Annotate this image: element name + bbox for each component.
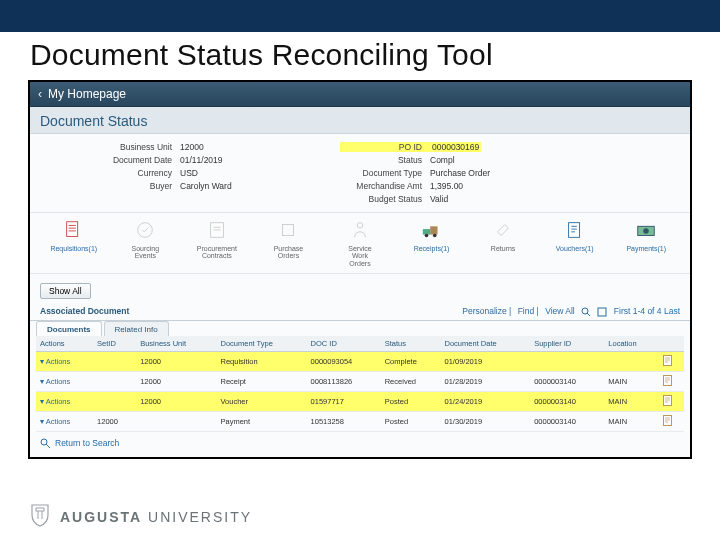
table-cell[interactable]: ▾ Actions — [36, 371, 93, 391]
column-header[interactable]: Location — [604, 336, 658, 352]
row-actions-link[interactable]: ▾ Actions — [40, 377, 70, 386]
table-cell[interactable]: ▾ Actions — [36, 391, 93, 411]
svg-rect-9 — [568, 223, 579, 238]
flow-step-label: Requisitions(1) — [38, 245, 110, 252]
svg-rect-17 — [663, 395, 671, 405]
svg-point-1 — [138, 223, 153, 238]
column-header[interactable]: Actions — [36, 336, 93, 352]
table-cell — [93, 391, 136, 411]
column-header[interactable]: DOC ID — [307, 336, 381, 352]
column-header[interactable]: Document Type — [216, 336, 306, 352]
search-icon — [40, 438, 51, 449]
bu-label: Business Unit — [90, 142, 180, 152]
column-header[interactable]: Status — [381, 336, 441, 352]
status-value: Compl — [430, 155, 455, 165]
table-cell: Posted — [381, 411, 441, 431]
column-header — [659, 336, 684, 352]
table-cell — [93, 351, 136, 371]
document-icon[interactable] — [663, 355, 672, 366]
svg-point-11 — [643, 228, 649, 234]
grid-pager[interactable]: First 1-4 of 4 Last — [614, 306, 680, 316]
table-cell: Requisition — [216, 351, 306, 371]
table-cell: Receipt — [216, 371, 306, 391]
row-doc-icon-cell[interactable] — [659, 411, 684, 431]
flow-step-icon — [38, 217, 110, 243]
flow-step-icon — [539, 217, 611, 243]
column-header[interactable]: Document Date — [441, 336, 531, 352]
flow-step-icon — [467, 217, 539, 243]
flow-step: Service Work Orders — [324, 217, 396, 267]
tab-documents[interactable]: Documents — [36, 321, 102, 336]
document-icon[interactable] — [663, 415, 672, 426]
table-cell: MAIN — [604, 371, 658, 391]
show-all-button[interactable]: Show All — [40, 283, 91, 299]
buyer-value: Carolyn Ward — [180, 181, 232, 191]
column-header[interactable]: SetID — [93, 336, 136, 352]
table-cell: 12000 — [93, 411, 136, 431]
view-all-link[interactable]: View All — [545, 306, 575, 316]
header-fields: Business Unit12000 PO ID0000030169 Docum… — [30, 134, 690, 212]
svg-line-13 — [587, 313, 590, 316]
budget-value: Valid — [430, 194, 448, 204]
column-header[interactable]: Business Unit — [136, 336, 216, 352]
table-row: ▾ Actions12000Voucher01597717Posted01/24… — [36, 391, 684, 411]
column-header[interactable]: Supplier ID — [530, 336, 604, 352]
brand-footer: AUGUSTA UNIVERSITY — [30, 503, 252, 530]
svg-rect-16 — [663, 375, 671, 385]
homepage-breadcrumb[interactable]: My Homepage — [48, 87, 126, 101]
currency-value: USD — [180, 168, 198, 178]
svg-line-20 — [46, 444, 50, 448]
flow-step-label: Procurement Contracts — [181, 245, 253, 260]
document-icon[interactable] — [663, 375, 672, 386]
personalize-link[interactable]: Personalize — [462, 306, 506, 316]
table-cell[interactable]: ▾ Actions — [36, 351, 93, 371]
table-row: ▾ Actions12000Payment10513258Posted01/30… — [36, 411, 684, 431]
table-cell: 0008113826 — [307, 371, 381, 391]
svg-point-7 — [424, 234, 428, 238]
download-icon[interactable] — [597, 307, 607, 317]
page-title: Document Status — [30, 107, 690, 134]
table-cell — [93, 371, 136, 391]
table-cell: 10513258 — [307, 411, 381, 431]
find-link[interactable]: Find — [518, 306, 535, 316]
brand-name-1: AUGUSTA — [60, 509, 142, 525]
docdate-label: Document Date — [90, 155, 180, 165]
status-label: Status — [340, 155, 430, 165]
table-cell — [530, 351, 604, 371]
row-doc-icon-cell[interactable] — [659, 391, 684, 411]
table-cell: 01597717 — [307, 391, 381, 411]
flow-step-label: Vouchers(1) — [539, 245, 611, 252]
docdate-value: 01/11/2019 — [180, 155, 223, 165]
brand-name-2: UNIVERSITY — [148, 509, 252, 525]
flow-step: Procurement Contracts — [181, 217, 253, 260]
table-cell — [604, 351, 658, 371]
row-actions-link[interactable]: ▾ Actions — [40, 397, 70, 406]
flow-step[interactable]: Receipts(1) — [396, 217, 468, 252]
back-chevron-icon[interactable]: ‹ — [38, 87, 42, 101]
table-cell: 0000003140 — [530, 391, 604, 411]
flow-step-label: Returns — [467, 245, 539, 252]
flow-step[interactable]: Requisitions(1) — [38, 217, 110, 252]
currency-label: Currency — [90, 168, 180, 178]
row-actions-link[interactable]: ▾ Actions — [40, 417, 70, 426]
row-actions-link[interactable]: ▾ Actions — [40, 357, 70, 366]
table-cell: 0000093054 — [307, 351, 381, 371]
row-doc-icon-cell[interactable] — [659, 351, 684, 371]
merchamt-value: 1,395.00 — [430, 181, 463, 191]
tab-related-info[interactable]: Related Info — [104, 321, 169, 336]
svg-rect-15 — [663, 355, 671, 365]
row-doc-icon-cell[interactable] — [659, 371, 684, 391]
doctype-label: Document Type — [340, 168, 430, 178]
flow-step[interactable]: Payments(1) — [610, 217, 682, 252]
svg-rect-0 — [66, 222, 77, 237]
flow-step-label: Receipts(1) — [396, 245, 468, 252]
svg-rect-14 — [598, 308, 606, 316]
return-to-search-button[interactable]: Return to Search — [40, 438, 119, 449]
app-header-bar[interactable]: ‹ My Homepage — [30, 82, 690, 107]
document-icon[interactable] — [663, 395, 672, 406]
table-cell[interactable]: ▾ Actions — [36, 411, 93, 431]
zoom-icon[interactable] — [581, 307, 591, 317]
flow-step[interactable]: Vouchers(1) — [539, 217, 611, 252]
table-cell: 12000 — [136, 391, 216, 411]
table-cell: 12000 — [136, 371, 216, 391]
